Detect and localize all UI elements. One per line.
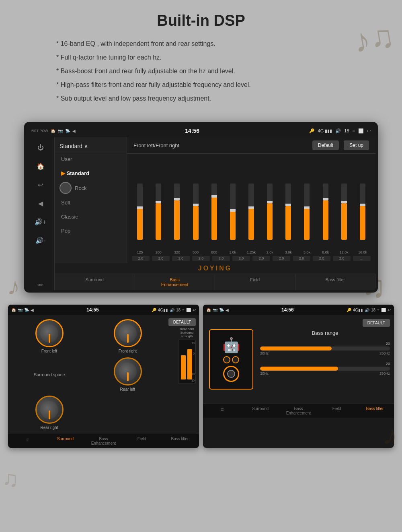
tab-surround[interactable]: Surround bbox=[55, 274, 135, 290]
slider-12khz[interactable] bbox=[336, 184, 352, 248]
bass-tab-bass[interactable]: BassEnhancement bbox=[279, 404, 318, 418]
b-window-icon[interactable]: ⬜ bbox=[381, 308, 386, 312]
surround-content: DEFAULT Front left Front right Surround … bbox=[8, 315, 199, 434]
bass-slider2-top: 20 bbox=[260, 362, 390, 366]
eq-topbar: Front left/Front right Default Set up bbox=[127, 137, 375, 154]
b-vol-icon[interactable]: 🔊 bbox=[365, 308, 369, 312]
default-button[interactable]: Default bbox=[312, 140, 339, 150]
slider-1khz[interactable] bbox=[225, 184, 241, 248]
vol-up-icon[interactable]: 🔊+ bbox=[33, 214, 48, 229]
speaker-face-icon: 🤖 bbox=[222, 337, 240, 354]
preset-standard[interactable]: Standard bbox=[55, 166, 127, 180]
bass-slider2-right: 250Hz bbox=[379, 371, 390, 375]
tab-bass-enhancement[interactable]: BassEnhancement bbox=[135, 274, 215, 290]
volume-icon[interactable]: 🔊 bbox=[335, 128, 341, 134]
s-window-icon[interactable]: ⬜ bbox=[186, 308, 191, 312]
back-sidebar-icon[interactable]: ↩ bbox=[33, 177, 48, 192]
surround-tab-bass[interactable]: BassEnhancement bbox=[84, 434, 123, 448]
setup-button[interactable]: Set up bbox=[344, 140, 369, 150]
s-back-icon[interactable]: ↩ bbox=[193, 308, 196, 312]
bass-filter-tabs: ≡ Surround BassEnhancement Field Bass fi… bbox=[203, 404, 394, 418]
surround-status-bar: 🏠 📷 📡 ◀ 14:55 🔑 4G▮▮ 🔊 18 ≡ ⬜ ↩ bbox=[8, 305, 199, 315]
preset-soft[interactable]: Soft bbox=[55, 196, 127, 210]
b-signal-icon: 📡 bbox=[219, 308, 224, 312]
back-icon[interactable]: ↩ bbox=[367, 128, 371, 134]
rear-right-knob[interactable] bbox=[35, 396, 64, 424]
rear-horn-label: Rear hornSurroundstrength bbox=[180, 327, 194, 338]
knob-rear-right: Rear right bbox=[12, 396, 86, 430]
front-right-knob[interactable] bbox=[114, 319, 142, 347]
media-icon[interactable]: 📷 bbox=[58, 129, 63, 133]
menu-icon[interactable]: ≡ bbox=[353, 128, 355, 133]
preset-user[interactable]: User bbox=[55, 152, 127, 166]
surround-tab-eq[interactable]: ≡ bbox=[8, 434, 46, 448]
b-menu-icon[interactable]: ≡ bbox=[377, 308, 379, 312]
surround-tab-filter[interactable]: Bass filter bbox=[161, 434, 199, 448]
tab-bass-filter[interactable]: Bass filter bbox=[295, 274, 376, 290]
rear-left-knob[interactable] bbox=[114, 357, 142, 386]
surround-default-button[interactable]: DEFAULT bbox=[168, 318, 196, 326]
b-back-icon[interactable]: ↩ bbox=[388, 308, 391, 312]
slider-3khz[interactable] bbox=[280, 184, 296, 248]
s-vol-icon[interactable]: 🔊 bbox=[170, 308, 174, 312]
knob-inner-rr bbox=[40, 401, 58, 419]
vu-scale-10: 10 bbox=[191, 342, 195, 344]
freq-5k: 5.0k bbox=[299, 250, 315, 254]
slider-8khz[interactable] bbox=[318, 184, 334, 248]
feature-3: * Bass-boost front and rear fully adjust… bbox=[56, 65, 378, 78]
slider-800hz[interactable] bbox=[206, 184, 222, 248]
preset-pop[interactable]: Pop bbox=[55, 224, 127, 238]
nav-icon[interactable]: ◀ bbox=[72, 129, 76, 133]
front-left-label: Front left bbox=[41, 349, 57, 353]
radio-button[interactable] bbox=[59, 182, 72, 194]
window-icon[interactable]: ⬜ bbox=[358, 128, 364, 134]
tab-field[interactable]: Field bbox=[215, 274, 295, 290]
preset-panel: Standard ∧ User Standard Rock Soft Class… bbox=[55, 137, 127, 263]
bass-tab-field[interactable]: Field bbox=[318, 404, 356, 418]
bass-slider1-track[interactable] bbox=[260, 346, 390, 351]
home-sidebar-icon[interactable]: 🏠 bbox=[33, 159, 48, 173]
s-home-icon[interactable]: 🏠 bbox=[11, 308, 16, 312]
slider-500hz[interactable] bbox=[187, 184, 203, 248]
front-left-knob[interactable] bbox=[35, 319, 64, 347]
b-nav-icon[interactable]: ◀ bbox=[226, 308, 229, 312]
slider-2khz[interactable] bbox=[262, 184, 278, 248]
home-icon[interactable]: 🏠 bbox=[51, 129, 55, 133]
bass-tab-filter[interactable]: Bass filter bbox=[356, 404, 394, 418]
bass-eq-icon: ≡ bbox=[204, 406, 240, 413]
bass-default-button[interactable]: DEFAULT bbox=[363, 319, 390, 327]
slider-16khz[interactable] bbox=[355, 184, 371, 248]
subwoofer-icon bbox=[223, 366, 239, 382]
eq-body: Standard ∧ User Standard Rock Soft Class… bbox=[55, 137, 375, 263]
bass-tab-surround[interactable]: Surround bbox=[241, 404, 279, 418]
preset-header[interactable]: Standard ∧ bbox=[55, 140, 127, 152]
surround-tab-field[interactable]: Field bbox=[123, 434, 161, 448]
bass-tab-eq[interactable]: ≡ bbox=[203, 404, 241, 418]
slider-320hz[interactable] bbox=[169, 184, 185, 248]
slider-125hz[interactable] bbox=[132, 184, 148, 248]
bass-slider2-track[interactable] bbox=[260, 367, 390, 371]
knob-inner-rl bbox=[119, 363, 137, 381]
slider-5khz[interactable] bbox=[299, 184, 315, 248]
nav-sidebar-icon[interactable]: ◀ bbox=[33, 196, 48, 210]
slider-1_25khz[interactable] bbox=[243, 184, 259, 248]
speaker-circles bbox=[223, 356, 239, 363]
slider-200hz[interactable] bbox=[150, 184, 166, 248]
feature-2: * Full q-factor fine tuning for each hz. bbox=[56, 51, 378, 64]
bass-slider1-left: 20Hz bbox=[260, 351, 269, 355]
bass-filter-status-bar: 🏠 📷 📡 ◀ 14:56 🔑 4G▮▮ 🔊 18 ≡ ⬜ ↩ bbox=[203, 305, 394, 315]
rst-pow-label: RST POW bbox=[31, 129, 48, 133]
vol-down-icon[interactable]: 🔊- bbox=[33, 233, 48, 247]
s-nav-icon[interactable]: ◀ bbox=[31, 308, 34, 312]
gain-4: 2.0 bbox=[212, 256, 230, 261]
s-menu-icon[interactable]: ≡ bbox=[182, 308, 185, 312]
eq-sliders-row bbox=[132, 157, 371, 250]
power-icon[interactable]: ⏻ bbox=[33, 140, 48, 155]
b-home-icon[interactable]: 🏠 bbox=[206, 308, 211, 312]
features-list: * 16-band EQ , with independent front an… bbox=[24, 37, 378, 105]
preset-classic[interactable]: Classic bbox=[55, 210, 127, 224]
knob-inner bbox=[40, 324, 58, 342]
preset-rock[interactable]: Rock bbox=[75, 185, 87, 191]
surround-tab-surround[interactable]: Surround bbox=[46, 434, 84, 448]
device-screen: RST POW 🏠 📷 📡 ◀ 14:56 🔑 4G ▮▮▮ 🔊 18 ≡ ⬜ … bbox=[27, 124, 375, 290]
